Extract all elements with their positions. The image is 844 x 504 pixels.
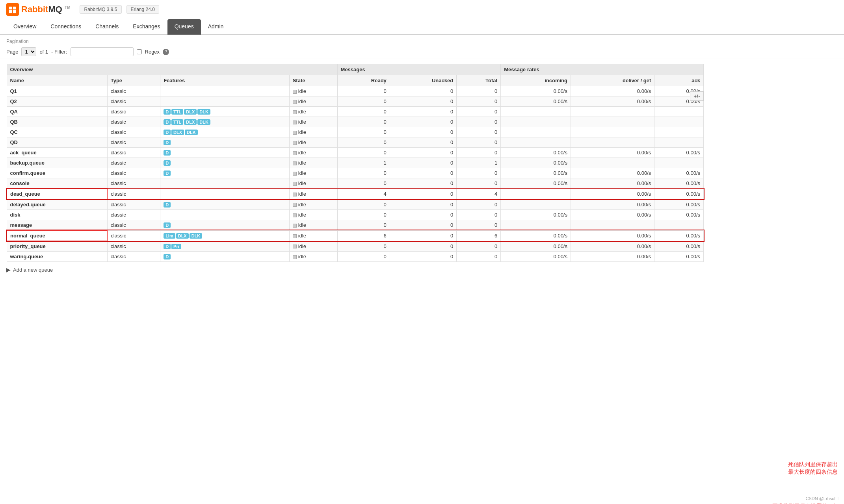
queue-deliver-get bbox=[571, 127, 654, 137]
queue-name[interactable]: dead_queue bbox=[7, 189, 107, 199]
queue-incoming bbox=[501, 220, 571, 231]
queue-deliver-get: 0.00/s bbox=[571, 178, 654, 189]
queue-type: classic bbox=[107, 220, 160, 231]
queue-ready: 0 bbox=[337, 86, 390, 96]
queue-total: 0 bbox=[457, 199, 501, 210]
queue-ack: 0.00/s bbox=[654, 230, 704, 241]
regex-checkbox[interactable] bbox=[137, 49, 142, 54]
pagination-section: Pagination Page 1 of 1 - Filter: Regex ? bbox=[0, 35, 844, 59]
table-row: consoleclassicidle0000.00/s0.00/s0.00/s bbox=[7, 178, 704, 189]
queue-ack: 0.00/s bbox=[654, 241, 704, 252]
queue-name[interactable]: confirm.queue bbox=[7, 168, 107, 178]
queue-deliver-get: 0.00/s bbox=[571, 148, 654, 158]
queue-state: idle bbox=[289, 210, 337, 220]
queue-type: classic bbox=[107, 96, 160, 107]
queue-deliver-get: 0.00/s bbox=[571, 210, 654, 220]
queue-name[interactable]: QB bbox=[7, 117, 107, 127]
queue-type: classic bbox=[107, 158, 160, 168]
queue-unacked: 0 bbox=[390, 189, 456, 199]
queue-ack: 0.00/s bbox=[654, 210, 704, 220]
svg-rect-3 bbox=[13, 10, 16, 13]
page-label: Page bbox=[6, 49, 18, 55]
queue-name[interactable]: waring.queue bbox=[7, 252, 107, 262]
queue-type: classic bbox=[107, 178, 160, 189]
queue-ready: 4 bbox=[337, 189, 390, 199]
queue-unacked: 0 bbox=[390, 230, 456, 241]
queue-incoming: 0.00/s bbox=[501, 252, 571, 262]
nav-overview[interactable]: Overview bbox=[6, 19, 43, 35]
queue-ready: 0 bbox=[337, 117, 390, 127]
queue-total: 0 bbox=[457, 210, 501, 220]
queue-state: idle bbox=[289, 96, 337, 107]
queue-features: LimDLXDLK bbox=[160, 230, 290, 241]
queue-name[interactable]: message bbox=[7, 220, 107, 231]
queue-state: idle bbox=[289, 117, 337, 127]
queue-name[interactable]: priority_queue bbox=[7, 241, 107, 252]
queue-name[interactable]: console bbox=[7, 178, 107, 189]
queue-ready: 0 bbox=[337, 252, 390, 262]
queue-unacked: 0 bbox=[390, 210, 456, 220]
queue-type: classic bbox=[107, 86, 160, 96]
queue-incoming: 0.00/s bbox=[501, 96, 571, 107]
page-select[interactable]: 1 bbox=[21, 47, 36, 56]
queue-unacked: 0 bbox=[390, 86, 456, 96]
queue-name[interactable]: QC bbox=[7, 127, 107, 137]
queue-name[interactable]: QD bbox=[7, 137, 107, 148]
queue-name[interactable]: ack_queue bbox=[7, 148, 107, 158]
queue-incoming: 0.00/s bbox=[501, 168, 571, 178]
nav-connections[interactable]: Connections bbox=[43, 19, 88, 35]
queue-total: 4 bbox=[457, 189, 501, 199]
filter-input[interactable] bbox=[71, 47, 134, 56]
state-icon bbox=[293, 203, 297, 207]
queue-unacked: 0 bbox=[390, 241, 456, 252]
state-icon bbox=[293, 193, 297, 196]
table-row: Q2classicidle0000.00/s0.00/s0.00/s bbox=[7, 96, 704, 107]
queue-ready: 0 bbox=[337, 107, 390, 117]
add-queue-section[interactable]: ▶ Add a new queue bbox=[6, 267, 704, 273]
queue-name[interactable]: delayed.queue bbox=[7, 199, 107, 210]
queue-incoming bbox=[501, 117, 571, 127]
plus-minus-button[interactable]: +/- bbox=[690, 91, 704, 101]
queue-name[interactable]: disk bbox=[7, 210, 107, 220]
col-total: Total bbox=[457, 75, 501, 86]
nav-admin[interactable]: Admin bbox=[201, 19, 231, 35]
nav-exchanges[interactable]: Exchanges bbox=[126, 19, 167, 35]
queue-name[interactable]: QA bbox=[7, 107, 107, 117]
queue-deliver-get: 0.00/s bbox=[571, 96, 654, 107]
queue-incoming: 0.00/s bbox=[501, 241, 571, 252]
queue-deliver-get: 0.00/s bbox=[571, 230, 654, 241]
queue-name[interactable]: backup.queue bbox=[7, 158, 107, 168]
regex-help[interactable]: ? bbox=[163, 49, 169, 55]
state-icon bbox=[293, 100, 297, 104]
state-icon bbox=[293, 245, 297, 248]
table-row: messageclassicDidle000 bbox=[7, 220, 704, 231]
queue-ready: 0 bbox=[337, 96, 390, 107]
queue-incoming: 0.00/s bbox=[501, 178, 571, 189]
queue-incoming: 0.00/s bbox=[501, 86, 571, 96]
nav-channels[interactable]: Channels bbox=[88, 19, 126, 35]
queue-deliver-get: 0.00/s bbox=[571, 241, 654, 252]
queue-state: idle bbox=[289, 127, 337, 137]
nav-queues[interactable]: Queues bbox=[167, 19, 201, 35]
queue-unacked: 0 bbox=[390, 220, 456, 231]
queue-state: idle bbox=[289, 199, 337, 210]
col-state: State bbox=[289, 75, 337, 86]
queue-state: idle bbox=[289, 178, 337, 189]
queue-state: idle bbox=[289, 252, 337, 262]
queue-ack bbox=[654, 158, 704, 168]
queue-total: 0 bbox=[457, 137, 501, 148]
queue-incoming bbox=[501, 189, 571, 199]
queue-total: 0 bbox=[457, 168, 501, 178]
queue-total: 0 bbox=[457, 86, 501, 96]
queue-ack: 0.00/s bbox=[654, 168, 704, 178]
pagination-label: Pagination bbox=[6, 39, 838, 44]
queue-name[interactable]: Q2 bbox=[7, 96, 107, 107]
queue-state: idle bbox=[289, 137, 337, 148]
logo-text: RabbitMQ TM bbox=[21, 4, 70, 15]
queue-ack: 0.00/s bbox=[654, 189, 704, 199]
queue-name[interactable]: Q1 bbox=[7, 86, 107, 96]
queue-deliver-get: 0.00/s bbox=[571, 168, 654, 178]
queue-total: 0 bbox=[457, 252, 501, 262]
state-icon bbox=[293, 141, 297, 145]
queue-name[interactable]: normal_queue bbox=[7, 230, 107, 241]
